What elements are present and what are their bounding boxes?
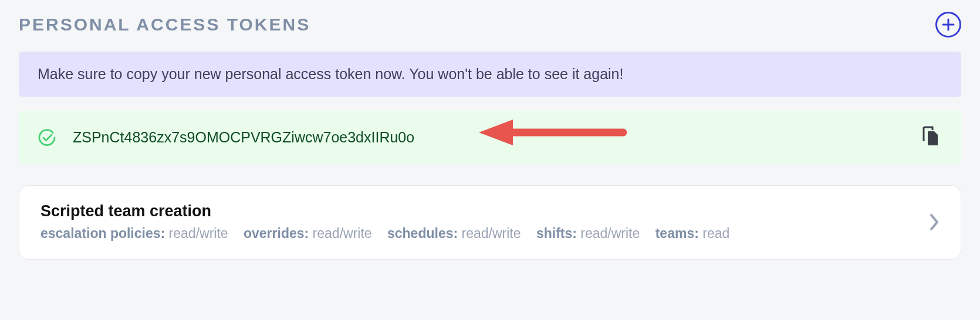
scope-key: escalation policies bbox=[40, 226, 161, 241]
check-circle-icon bbox=[38, 128, 56, 147]
add-token-button[interactable] bbox=[935, 12, 961, 38]
chevron-right-icon bbox=[929, 213, 940, 231]
header-row: PERSONAL ACCESS TOKENS bbox=[19, 12, 961, 38]
scope-key: shifts bbox=[536, 226, 572, 241]
copy-warning-banner: Make sure to copy your new personal acce… bbox=[19, 52, 961, 97]
scope-value: read bbox=[702, 226, 729, 241]
banner-text: Make sure to copy your new personal acce… bbox=[38, 66, 623, 82]
token-card-body: Scripted team creation escalation polici… bbox=[40, 202, 922, 243]
token-name: Scripted team creation bbox=[40, 202, 922, 220]
token-scopes: escalation policies: read/write override… bbox=[40, 225, 922, 243]
scope-value: read/write bbox=[580, 226, 640, 241]
new-token-row: ZSPnCt4836zx7s9OMOCPVRGZiwcw7oe3dxIIRu0o bbox=[19, 111, 961, 164]
scope-key: schedules bbox=[387, 226, 454, 241]
scope-value: read/write bbox=[313, 226, 372, 241]
scope-key: overrides bbox=[244, 226, 305, 241]
scope-value: read/write bbox=[169, 226, 228, 241]
page-title: PERSONAL ACCESS TOKENS bbox=[19, 15, 310, 35]
plus-icon bbox=[942, 18, 955, 31]
token-card[interactable]: Scripted team creation escalation polici… bbox=[19, 185, 961, 260]
copy-icon bbox=[921, 126, 940, 149]
scope-value: read/write bbox=[462, 226, 521, 241]
token-value: ZSPnCt4836zx7s9OMOCPVRGZiwcw7oe3dxIIRu0o bbox=[73, 129, 919, 146]
scope-key: teams bbox=[655, 226, 694, 241]
copy-token-button[interactable] bbox=[919, 124, 942, 151]
